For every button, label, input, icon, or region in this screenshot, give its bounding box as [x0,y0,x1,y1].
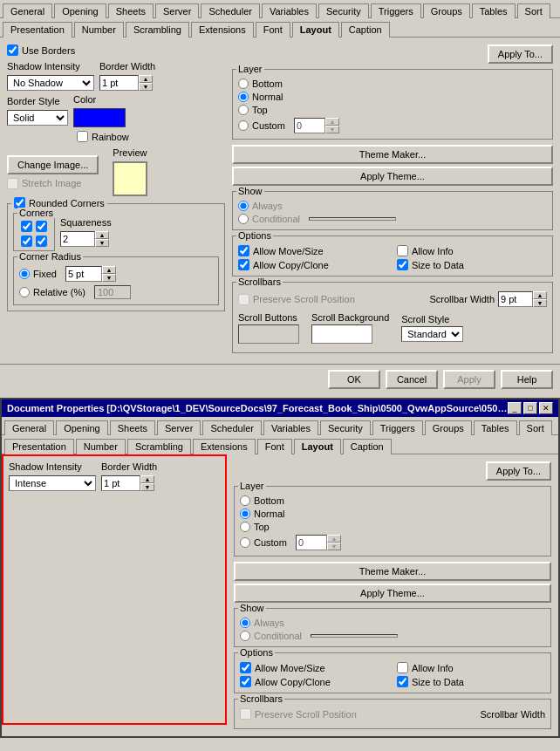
w2-layer-top-radio[interactable] [240,522,250,532]
scrollbar-width-input[interactable] [498,291,533,307]
layer-bottom-label[interactable]: Bottom [238,79,547,89]
border-width-input[interactable] [99,75,139,91]
w2-tab-tables[interactable]: Tables [474,420,517,435]
tab-groups[interactable]: Groups [423,3,470,18]
corner-tl-checkbox[interactable] [21,221,32,232]
custom-layer-input[interactable] [294,118,325,133]
allow-copy-clone-label[interactable]: Allow Copy/Clone [238,259,388,270]
w2-border-width-input[interactable] [101,475,140,491]
w2-size-to-data-checkbox[interactable] [397,676,408,687]
color-swatch[interactable] [73,108,126,127]
corner-br-checkbox[interactable] [36,236,47,247]
tab-font[interactable]: Font [256,22,290,38]
theme-maker-button[interactable]: Theme Maker... [232,145,553,164]
tab-presentation[interactable]: Presentation [3,22,72,38]
show-always-label[interactable]: Always [238,201,547,211]
w2-apply-to-button[interactable]: Apply To... [486,461,551,481]
w2-tab-layout[interactable]: Layout [294,439,341,454]
size-to-data-label[interactable]: Size to Data [397,259,547,270]
w2-layer-bottom-label[interactable]: Bottom [240,495,545,506]
tab-sheets[interactable]: Sheets [108,3,154,18]
fixed-radio[interactable] [19,269,30,279]
squareness-input[interactable] [60,231,95,247]
help-button[interactable]: Help [501,370,553,389]
w2-tab-opening[interactable]: Opening [56,420,108,435]
w2-allow-move-size-label[interactable]: Allow Move/Size [240,662,388,673]
w2-border-width-up[interactable]: ▲ [140,475,154,483]
layer-bottom-radio[interactable] [238,79,249,89]
layer-custom-radio[interactable] [238,120,249,131]
w2-tab-font[interactable]: Font [257,439,292,454]
scrollbar-width-up[interactable]: ▲ [533,291,547,299]
allow-move-size-checkbox[interactable] [238,245,249,256]
border-width-down[interactable]: ▼ [139,83,153,91]
w2-tab-scheduler[interactable]: Scheduler [202,420,262,435]
custom-layer-down[interactable]: ▼ [325,126,339,133]
tab-scrambling[interactable]: Scrambling [126,22,189,38]
change-image-button[interactable]: Change Image... [7,155,99,174]
size-to-data-checkbox[interactable] [397,259,408,270]
tab-triggers[interactable]: Triggers [371,3,421,18]
tab-extensions[interactable]: Extensions [191,22,254,38]
w2-allow-info-checkbox[interactable] [397,662,408,673]
w2-allow-copy-clone-checkbox[interactable] [240,676,251,687]
w2-allow-move-size-checkbox[interactable] [240,662,251,673]
w2-shadow-intensity-select[interactable]: Intense No Shadow [9,475,96,491]
squareness-down[interactable]: ▼ [95,239,109,247]
layer-top-label[interactable]: Top [238,105,547,115]
rainbow-checkbox[interactable] [77,131,88,142]
w2-tab-general[interactable]: General [4,420,54,435]
use-borders-checkbox[interactable] [7,44,18,56]
fixed-down[interactable]: ▼ [102,274,116,282]
tab-number[interactable]: Number [74,22,124,38]
layer-normal-radio[interactable] [238,92,249,102]
maximize-button[interactable]: □ [523,402,537,414]
w2-custom-layer-down[interactable]: ▼ [327,543,341,550]
shadow-intensity-select[interactable]: No Shadow Light Medium Intense [7,75,94,91]
scrollbar-width-down[interactable]: ▼ [533,299,547,307]
apply-button[interactable]: Apply [443,370,495,389]
w2-custom-layer-input[interactable] [296,535,327,550]
tab-layout[interactable]: Layout [292,22,339,38]
tab-security[interactable]: Security [318,3,369,18]
cancel-button[interactable]: Cancel [386,370,438,389]
show-conditional-radio[interactable] [238,214,249,224]
minimize-button[interactable]: _ [508,402,522,414]
rainbow-checkbox-label[interactable]: Rainbow [77,131,225,142]
tab-general[interactable]: General [3,3,52,18]
ok-button[interactable]: OK [328,370,380,389]
layer-top-radio[interactable] [238,105,249,115]
tab-server[interactable]: Server [155,3,199,18]
w2-show-conditional-radio[interactable] [240,631,250,641]
w2-tab-variables[interactable]: Variables [263,420,318,435]
w2-theme-maker-button[interactable]: Theme Maker... [234,562,551,581]
fixed-up[interactable]: ▲ [102,266,116,274]
corner-bl-checkbox[interactable] [21,236,32,247]
use-borders-checkbox-label[interactable]: Use Borders [7,44,225,56]
show-always-radio[interactable] [238,201,249,211]
w2-layer-top-label[interactable]: Top [240,522,545,532]
w2-allow-info-label[interactable]: Allow Info [397,662,545,673]
w2-layer-bottom-radio[interactable] [240,495,250,506]
fixed-input[interactable] [65,266,102,282]
w2-tab-server[interactable]: Server [157,420,201,435]
w2-tab-caption[interactable]: Caption [343,439,392,454]
w2-tab-groups[interactable]: Groups [425,420,472,435]
w2-layer-normal-label[interactable]: Normal [240,509,545,519]
border-style-select[interactable]: Solid Dashed [7,110,68,126]
relative-radio[interactable] [19,287,30,297]
w2-tab-extensions[interactable]: Extensions [193,439,256,454]
w2-custom-layer-up[interactable]: ▲ [327,535,341,543]
squareness-up[interactable]: ▲ [95,231,109,239]
w2-tab-number[interactable]: Number [76,439,126,454]
corner-tr-checkbox[interactable] [36,221,47,232]
close-button[interactable]: ✕ [539,402,553,414]
border-width-up[interactable]: ▲ [139,75,153,83]
scroll-style-select[interactable]: Standard Modern [401,326,463,342]
allow-move-size-label[interactable]: Allow Move/Size [238,245,388,256]
w2-allow-copy-clone-label[interactable]: Allow Copy/Clone [240,676,388,687]
custom-layer-up[interactable]: ▲ [325,118,339,126]
tab-scheduler[interactable]: Scheduler [201,3,260,18]
tab-opening[interactable]: Opening [54,3,106,18]
apply-to-button[interactable]: Apply To... [488,44,553,64]
